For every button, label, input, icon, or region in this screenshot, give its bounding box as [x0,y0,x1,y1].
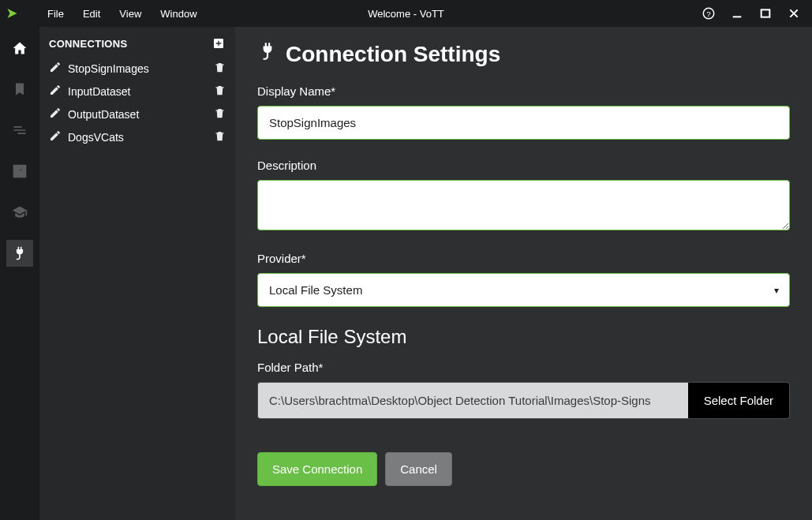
add-connection-button[interactable] [211,36,226,51]
description-label: Description [257,159,790,172]
connection-item[interactable]: OutputDataset [39,103,235,125]
menu-view[interactable]: View [111,5,149,23]
connection-label: OutputDataset [68,108,208,121]
trash-icon[interactable] [214,84,226,99]
provider-select[interactable]: Local File System [257,273,790,307]
connections-sidebar: CONNECTIONS StopSignImages InputDataset … [39,27,235,520]
app-logo [0,6,27,21]
description-input[interactable] [257,180,790,230]
menu-edit[interactable]: Edit [75,5,108,23]
nav-metrics-icon[interactable] [6,158,33,185]
select-folder-button[interactable]: Select Folder [688,382,790,419]
display-name-label: Display Name* [257,84,790,98]
edit-icon [49,107,62,122]
svg-rect-3 [761,9,770,17]
svg-rect-2 [733,16,742,17]
connection-list: StopSignImages InputDataset OutputDatase… [39,57,235,148]
menu-file[interactable]: File [39,5,72,23]
connection-label: DogsVCats [68,131,208,144]
maximize-icon[interactable] [758,6,773,21]
connection-label: InputDataset [68,85,208,98]
page-title: Connection Settings [257,41,790,67]
save-connection-button[interactable]: Save Connection [257,452,377,486]
nav-bookmark-icon[interactable] [6,76,33,103]
window-title: Welcome - VoTT [368,8,444,20]
folder-path-input[interactable] [257,382,688,419]
edit-icon [49,61,62,76]
minimize-icon[interactable] [730,6,744,21]
trash-icon[interactable] [214,62,226,76]
nav-education-icon[interactable] [6,199,33,226]
folder-path-label: Folder Path* [257,361,790,374]
connection-item[interactable]: StopSignImages [39,57,235,80]
trash-icon[interactable] [214,130,226,144]
edit-icon [49,129,62,144]
connection-item[interactable]: InputDataset [39,80,235,103]
app-menu: File Edit View Window [39,5,205,23]
close-icon[interactable] [787,6,801,21]
main-content: Connection Settings Display Name* Descri… [235,27,812,520]
nav-home-icon[interactable] [6,35,33,62]
nav-plug-icon[interactable] [6,240,33,267]
connection-item[interactable]: DogsVCats [39,125,235,148]
trash-icon[interactable] [214,107,226,122]
left-nav [0,27,39,520]
svg-text:?: ? [706,9,711,18]
sidebar-title: CONNECTIONS [49,38,127,50]
help-icon[interactable]: ? [702,6,716,21]
edit-icon [49,84,62,99]
menu-window[interactable]: Window [152,5,204,23]
local-file-system-heading: Local File System [257,326,790,348]
provider-label: Provider* [257,252,790,265]
nav-sliders-icon[interactable] [6,117,33,144]
display-name-input[interactable] [257,106,790,140]
cancel-button[interactable]: Cancel [385,452,452,486]
titlebar: File Edit View Window Welcome - VoTT ? [0,0,812,27]
connection-label: StopSignImages [68,62,208,75]
plug-icon [257,41,278,67]
